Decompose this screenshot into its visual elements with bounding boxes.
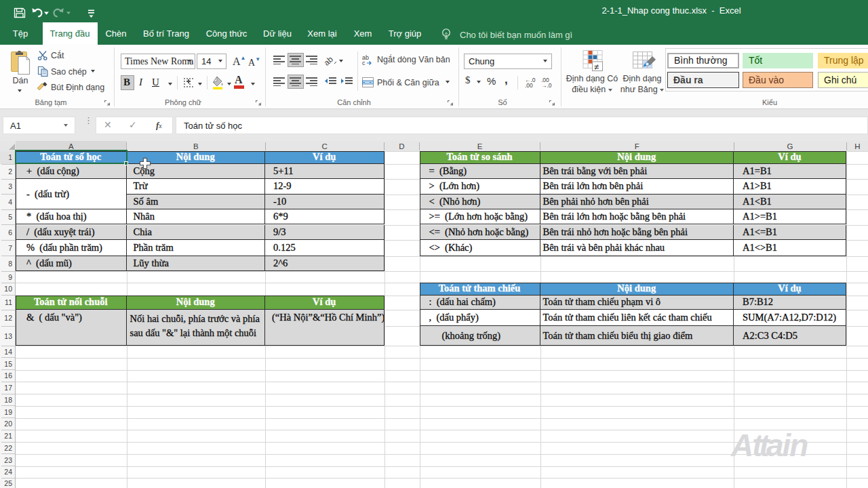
- svg-text:≠: ≠: [595, 62, 599, 72]
- svg-text:ab: ab: [325, 54, 335, 66]
- svg-text:c: c: [362, 60, 366, 66]
- svg-text:→.0: →.0: [541, 82, 552, 87]
- svg-text:.00: .00: [525, 82, 533, 87]
